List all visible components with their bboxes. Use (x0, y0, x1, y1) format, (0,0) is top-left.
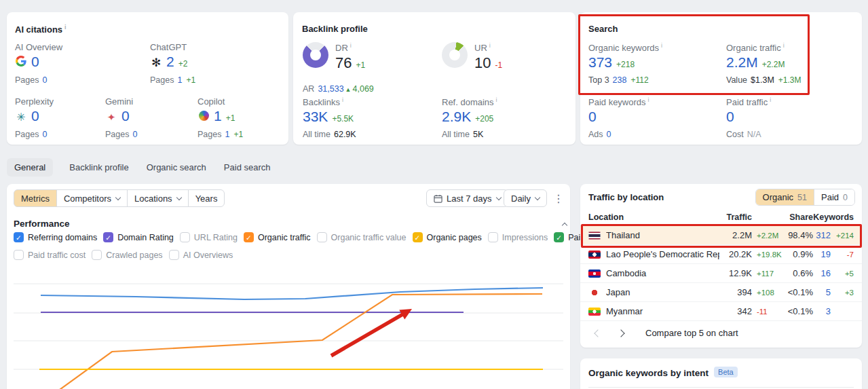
competitors-filter-button[interactable]: Competitors (56, 189, 128, 207)
pages-value-link[interactable]: 0 (42, 75, 47, 85)
stat-ref-domains: Ref. domains 2.9K+205 All time5K (442, 96, 497, 139)
stat-value-link[interactable]: 1 (214, 108, 222, 124)
keywords-value-link[interactable]: 16 (813, 268, 831, 278)
checkbox-icon (169, 250, 179, 260)
pages-label: Pages (15, 75, 39, 85)
toggle-paid[interactable]: Paid0 (814, 189, 854, 205)
toggle-organic-label: Organic (763, 192, 794, 202)
stat-value-link[interactable]: 2.9K (442, 109, 471, 125)
table-row-thailand[interactable]: Thailand 2.2M +2.2M 98.4% 312 +214 (580, 226, 862, 245)
metric-toggle-organic-traffic-value[interactable]: Organic traffic value (317, 232, 407, 242)
metric-toggle-referring-domains[interactable]: Referring domains (14, 232, 97, 242)
toggle-paid-count: 0 (843, 193, 848, 202)
stat-value-link[interactable]: 0 (726, 109, 734, 125)
table-row-cambodia[interactable]: Cambodia 12.9K +117 0.6% 16 +5 (580, 264, 862, 283)
sub-value-link[interactable]: 238 (613, 75, 627, 85)
performance-card: Metrics Competitors Locations Years Last… (7, 184, 570, 389)
info-icon[interactable] (350, 42, 352, 49)
kebab-menu-icon[interactable]: ⋮ (550, 191, 567, 206)
prev-page-chevron-icon[interactable] (594, 329, 601, 337)
metric-toggle-paid-traffic-cost[interactable]: Paid traffic cost (14, 250, 86, 260)
locations-filter-button[interactable]: Locations (127, 189, 189, 207)
keywords-value-link[interactable]: 19 (813, 249, 831, 259)
gemini-icon: ✦ (105, 112, 117, 122)
ar-value-link[interactable]: 31,533 (318, 84, 343, 94)
info-icon[interactable] (661, 42, 662, 49)
table-row-myanmar[interactable]: Myanmar 342 -11 <0.1% 3 (580, 302, 862, 321)
metric-label: AI Overviews (183, 251, 233, 260)
tab-paid-search[interactable]: Paid search (223, 158, 272, 177)
stat-change: -1 (495, 60, 502, 70)
traffic-by-location-title: Traffic by location (588, 192, 664, 202)
metric-label: Organic pages (427, 233, 482, 242)
metric-toggle-ai-overviews[interactable]: AI Overviews (169, 250, 233, 260)
stat-value-link[interactable]: 0 (588, 109, 597, 125)
toggle-organic[interactable]: Organic51 (756, 189, 814, 205)
checkbox-icon (103, 232, 113, 242)
info-icon[interactable] (342, 96, 343, 103)
years-filter-button[interactable]: Years (188, 189, 225, 207)
metrics-filter-button[interactable]: Metrics (14, 189, 57, 207)
stat-value-link[interactable]: 2 (166, 54, 174, 70)
performance-chart (14, 270, 563, 389)
location-name: Lao People's Democratic Republic (606, 249, 719, 259)
traffic-table-body: Thailand 2.2M +2.2M 98.4% 312 +214 Lao P… (580, 226, 862, 321)
pages-value-link[interactable]: 1 (177, 75, 182, 85)
stat-label: UR (474, 43, 487, 53)
collapse-chevron-up-icon[interactable] (562, 223, 567, 228)
column-keywords: Keywords (813, 212, 854, 222)
stat-ur: UR 10-1 (474, 42, 502, 72)
compare-top5-link[interactable]: Compare top 5 on chart (645, 328, 738, 338)
stat-change: +2.2M (762, 60, 785, 69)
pages-value-link[interactable]: 0 (132, 130, 137, 139)
stat-label: DR (335, 43, 348, 53)
ar-line: AR31,533▲4,069 (303, 84, 374, 94)
traffic-table-header: Location Traffic Share Keywords (580, 208, 862, 226)
perplexity-icon: ✳ (15, 112, 27, 123)
organic-paid-toggle: Organic51 Paid0 (755, 189, 855, 206)
traffic-value: 342 (719, 306, 752, 316)
stat-label: Gemini (105, 96, 137, 107)
info-icon[interactable] (648, 96, 649, 103)
metric-toggle-impressions[interactable]: Impressions (488, 232, 548, 242)
keywords-value-link[interactable]: 312 (813, 230, 831, 240)
stat-ai-overview: AI Overview 0 Pages0 (15, 42, 62, 85)
tab-organic-search[interactable]: Organic search (145, 158, 208, 177)
info-icon[interactable] (64, 24, 67, 31)
stat-value-link[interactable]: 373 (588, 54, 612, 71)
info-icon[interactable] (489, 42, 491, 49)
metric-toggle-organic-pages[interactable]: Organic pages (413, 232, 482, 242)
date-range-button[interactable]: Last 7 days (426, 189, 508, 207)
metric-toggle-organic-traffic[interactable]: Organic traffic (244, 232, 311, 242)
stat-dr: DR 76+1 (335, 42, 365, 72)
alltime-label: All time (442, 130, 470, 139)
dr-donut-chart (303, 42, 328, 68)
triangle-up-icon: ▲ (345, 86, 352, 93)
metric-toggle-url-rating[interactable]: URL Rating (180, 232, 238, 242)
stat-value-link[interactable]: 0 (121, 108, 130, 124)
next-page-chevron-icon[interactable] (617, 329, 624, 337)
metrics-row-1: Referring domainsDomain RatingURL Rating… (14, 232, 608, 242)
location-name: Thailand (606, 230, 719, 240)
stat-value-link[interactable]: 33K (303, 109, 328, 125)
info-icon[interactable] (496, 96, 497, 103)
metric-toggle-domain-rating[interactable]: Domain Rating (103, 232, 174, 242)
keywords-value-link[interactable]: 3 (813, 306, 831, 316)
ar-label: AR (303, 84, 314, 94)
tab-general[interactable]: General (7, 158, 53, 177)
tab-backlink-profile[interactable]: Backlink profile (68, 158, 130, 177)
stat-value-link[interactable]: 0 (31, 54, 39, 70)
keywords-value-link[interactable]: 5 (813, 287, 831, 297)
stat-value-link[interactable]: 2.2M (726, 54, 758, 71)
table-row-japan[interactable]: Japan 394 +108 <0.1% 5 +3 (580, 283, 862, 302)
ur-donut-chart (442, 42, 468, 68)
stat-value-link[interactable]: 0 (31, 108, 39, 124)
info-icon[interactable] (770, 96, 771, 103)
table-row-laos[interactable]: Lao People's Democratic Republic 20.2K +… (580, 245, 862, 264)
pages-value-link[interactable]: 1 (225, 130, 229, 139)
pages-value-link[interactable]: 0 (42, 130, 47, 139)
metric-toggle-crawled-pages[interactable]: Crawled pages (92, 250, 162, 260)
info-icon[interactable] (783, 42, 785, 49)
granularity-button[interactable]: Daily (504, 189, 547, 207)
sub-value-link[interactable]: 0 (607, 130, 611, 139)
